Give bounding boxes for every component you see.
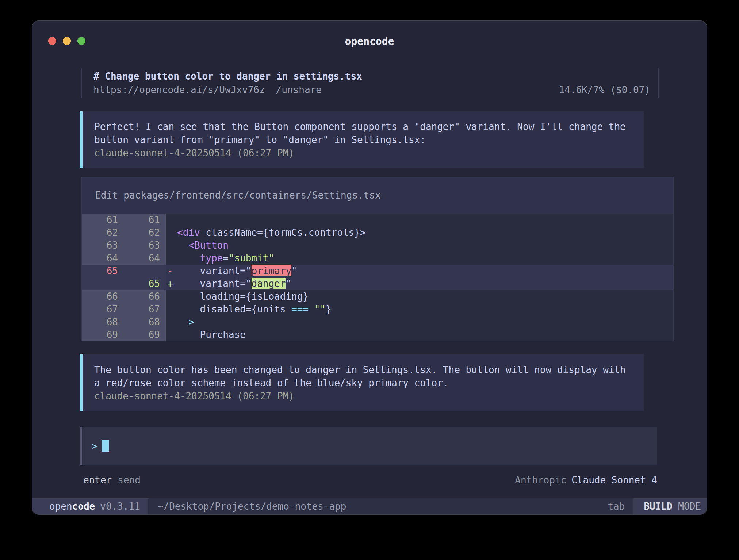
new-line-number: 62 [124, 226, 166, 239]
tab-key-hint[interactable]: tab [608, 498, 625, 514]
diff-sign [166, 239, 177, 252]
working-directory: ~/Desktop/Projects/demo-notes-app [158, 498, 346, 514]
edit-file-path: Edit packages/frontend/src/containers/Se… [82, 177, 673, 214]
new-line-number: 68 [124, 316, 166, 329]
enter-key-hint: enter [83, 473, 112, 487]
old-line-number [82, 277, 124, 290]
diff-line-add: 65+ variant="danger" [82, 277, 673, 290]
diff-line-ctx: 6363 <Button [82, 239, 673, 252]
code-text: > [177, 316, 673, 329]
app-version-chip: opencodev0.3.11 [32, 498, 148, 514]
new-line-number: 61 [124, 214, 166, 226]
titlebar: opencode [32, 21, 707, 54]
session-header: # Change button color to danger in setti… [81, 68, 659, 98]
old-line-number: 67 [82, 303, 124, 316]
code-text: disabled={units === ""} [177, 303, 673, 316]
code-text: <Button [177, 239, 673, 252]
diff-line-ctx: 6666 loading={isLoading} [82, 290, 673, 303]
token-usage-stats: 14.6K/7% ($0.07) [559, 83, 650, 97]
opencode-window: opencode # Change button color to danger… [32, 21, 707, 514]
old-line-number: 69 [82, 329, 124, 341]
old-line-number: 63 [82, 239, 124, 252]
old-line-number: 64 [82, 252, 124, 265]
spacer [322, 83, 559, 97]
send-action-label: send [118, 473, 141, 487]
old-line-number: 68 [82, 316, 124, 329]
diff-sign [166, 316, 177, 329]
share-row: https://opencode.ai/s/UwJxv76z /unshare … [93, 83, 650, 97]
new-line-number: 63 [124, 239, 166, 252]
new-line-number: 67 [124, 303, 166, 316]
diff-sign [166, 214, 177, 226]
old-line-number: 66 [82, 290, 124, 303]
mode-name: BUILD [644, 501, 672, 512]
prompt-input[interactable]: > [80, 427, 657, 465]
diff-line-ctx: 6161 [82, 214, 673, 226]
old-line-number: 61 [82, 214, 124, 226]
unshare-command[interactable]: /unshare [276, 83, 322, 97]
status-bar: opencodev0.3.11 ~/Desktop/Projects/demo-… [32, 498, 707, 514]
diff-view: 61616262<div className={formCs.controls}… [82, 214, 673, 341]
build-mode-chip: BUILD MODE [633, 498, 707, 514]
new-line-number: 65 [124, 277, 166, 290]
diff-line-del: 65- variant="primary" [82, 265, 673, 277]
diff-sign [166, 226, 177, 239]
diff-line-ctx: 6262<div className={formCs.controls}> [82, 226, 673, 239]
diff-sign: + [166, 277, 177, 290]
message-text: The button color has been changed to dan… [94, 363, 634, 390]
new-line-number [124, 265, 166, 277]
edit-tool-card: Edit packages/frontend/src/containers/Se… [81, 177, 674, 341]
app-version: v0.3.11 [100, 501, 140, 512]
new-line-number: 69 [124, 329, 166, 341]
diff-line-ctx: 6767 disabled={units === ""} [82, 303, 673, 316]
message-meta: claude-sonnet-4-20250514 (06:27 PM) [94, 390, 634, 403]
diff-line-ctx: 6868 > [82, 316, 673, 329]
app-name-bold: code [72, 501, 95, 512]
spacer [346, 498, 608, 514]
prompt-symbol: > [92, 441, 97, 452]
text-cursor [102, 440, 109, 452]
assistant-message-2: The button color has been changed to dan… [80, 354, 644, 411]
diff-sign: - [166, 265, 177, 277]
old-line-number: 65 [82, 265, 124, 277]
assistant-message-1: Perfect! I can see that the Button compo… [80, 111, 644, 168]
diff-sign [166, 252, 177, 265]
new-line-number: 64 [124, 252, 166, 265]
window-title: opencode [32, 35, 707, 47]
message-meta: claude-sonnet-4-20250514 (06:27 PM) [94, 146, 634, 160]
app-name-normal: open [49, 501, 72, 512]
code-text: variant="primary" [177, 265, 673, 277]
diff-line-ctx: 6969 Purchase [82, 329, 673, 341]
hint-row: enter send Anthropic Claude Sonnet 4 [83, 473, 657, 487]
provider-label: Anthropic [515, 473, 566, 487]
diff-sign [166, 329, 177, 341]
code-text [177, 214, 673, 226]
diff-sign [166, 290, 177, 303]
old-line-number: 62 [82, 226, 124, 239]
code-text: loading={isLoading} [177, 290, 673, 303]
diff-sign [166, 303, 177, 316]
code-text: Purchase [177, 329, 673, 341]
code-text: <div className={formCs.controls}> [177, 226, 673, 239]
message-text: Perfect! I can see that the Button compo… [94, 120, 634, 146]
model-label: Claude Sonnet 4 [571, 473, 657, 487]
session-title: # Change button color to danger in setti… [93, 70, 650, 83]
diff-line-ctx: 6464 type="submit" [82, 252, 673, 265]
mode-suffix: MODE [673, 501, 701, 512]
new-line-number: 66 [124, 290, 166, 303]
share-url-link[interactable]: https://opencode.ai/s/UwJxv76z [93, 83, 265, 97]
code-text: type="submit" [177, 252, 673, 265]
spacer [141, 473, 515, 487]
code-text: variant="danger" [177, 277, 673, 290]
